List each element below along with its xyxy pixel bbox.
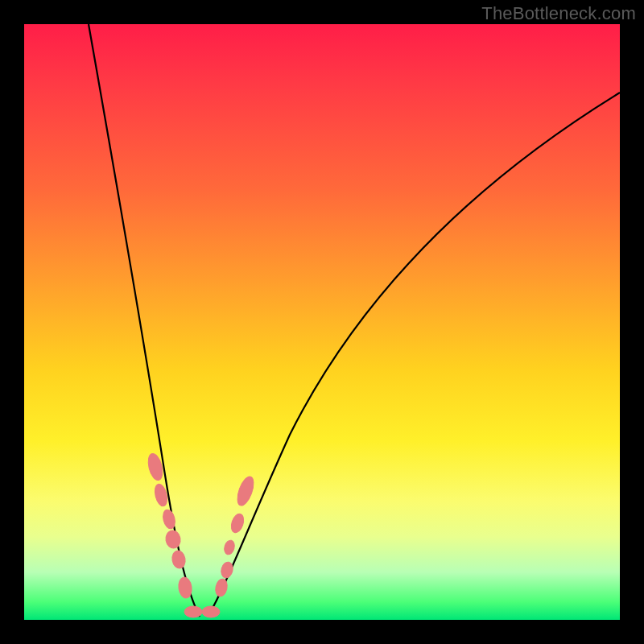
- marker-point: [234, 474, 257, 507]
- marker-point: [171, 550, 187, 569]
- marker-point: [223, 539, 236, 556]
- marker-group: [146, 452, 257, 617]
- chart-plot-area: [24, 24, 620, 620]
- marker-point: [202, 606, 220, 617]
- curve-right-arm: [208, 93, 620, 617]
- marker-point: [164, 530, 182, 550]
- chart-svg: [24, 24, 620, 620]
- watermark-text: TheBottleneck.com: [481, 3, 636, 24]
- marker-point: [220, 561, 234, 580]
- marker-point: [184, 606, 202, 617]
- marker-point: [229, 512, 246, 534]
- chart-frame: TheBottleneck.com: [0, 0, 644, 644]
- curve-left-arm: [89, 24, 200, 617]
